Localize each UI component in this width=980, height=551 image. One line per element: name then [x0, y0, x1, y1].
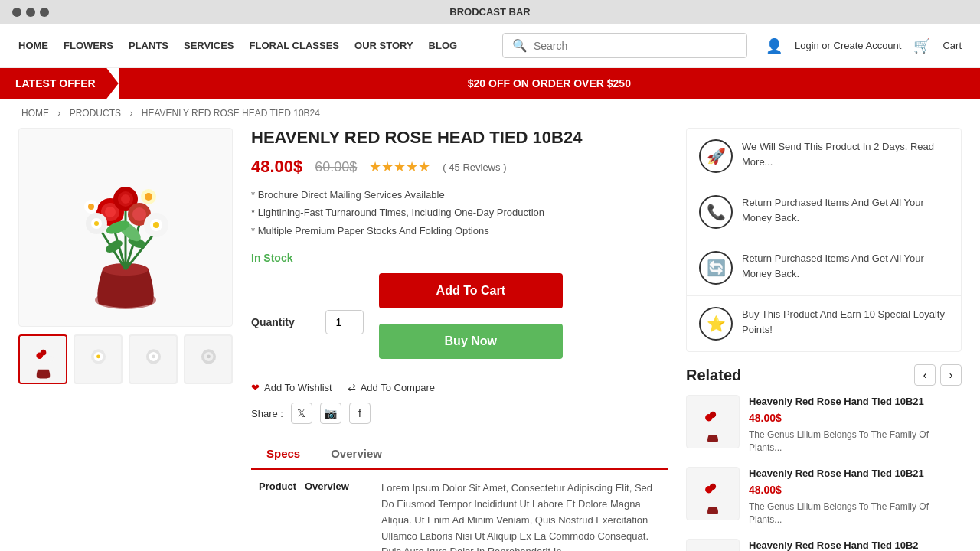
svg-point-37 — [152, 355, 155, 359]
svg-point-43 — [716, 416, 721, 421]
tab-specs[interactable]: Specs — [251, 439, 315, 470]
feature-text-0: We Will Send This Product In 2 Days. Rea… — [742, 139, 949, 169]
navbar: HOME FLOWERS PLANTS SERVICES FLORAL CLAS… — [0, 24, 980, 68]
svg-point-26 — [88, 204, 94, 210]
related-info-2: Heavenly Red Rose Hand Tied 10B2 48.00$ … — [749, 539, 962, 551]
related-item-2: Heavenly Red Rose Hand Tied 10B2 48.00$ … — [686, 539, 962, 551]
nav-home[interactable]: HOME — [18, 40, 48, 51]
related-price-0: 48.00$ — [749, 412, 962, 424]
related-title: Related — [686, 367, 741, 384]
nav-services[interactable]: SERVICES — [184, 40, 234, 51]
related-thumb-2[interactable] — [686, 539, 740, 551]
product-image-svg — [49, 139, 202, 315]
spec-value-overview: Lorem Ipsum Dolor Sit Amet, Consectetur … — [374, 470, 668, 551]
related-info-0: Heavenly Red Rose Hand Tied 10B21 48.00$… — [749, 395, 962, 455]
related-item-1: Heavenly Red Rose Hand Tied 10B21 48.00$… — [686, 467, 962, 527]
facebook-icon[interactable]: f — [349, 403, 371, 424]
feature-2: * Lightining-Fast Turnaround Times, Incl… — [251, 204, 668, 221]
feature-1: * Brochure Direct Mailing Services Avail… — [251, 186, 668, 204]
related-item-0: Heavenly Red Rose Hand Tied 10B21 48.00$… — [686, 395, 962, 455]
breadcrumb-home[interactable]: HOME — [21, 108, 49, 119]
top-bar: BRODCAST BAR — [0, 0, 980, 24]
loyalty-icon: ⭐ — [699, 307, 733, 341]
add-to-cart-button[interactable]: Add To Cart — [379, 273, 563, 308]
related-price-1: 48.00$ — [749, 484, 962, 496]
feature-item-1: 📞 Return Purchased Items And Get All You… — [687, 184, 961, 240]
instagram-icon[interactable]: 📷 — [320, 403, 341, 424]
twitter-icon[interactable]: 𝕏 — [291, 403, 312, 424]
promo-banner: LATEST OFFER $20 OFF ON ORDER OVER $250 — [0, 68, 980, 99]
compare-label: Add To Compare — [361, 382, 435, 393]
related-desc-1: The Genus Lilium Belongs To The Family O… — [749, 500, 962, 527]
nav-our-story[interactable]: OUR STORY — [354, 40, 413, 51]
search-icon: 🔍 — [512, 38, 528, 53]
quantity-label: Quantity — [251, 316, 295, 328]
svg-point-24 — [145, 193, 152, 201]
svg-point-14 — [121, 194, 130, 204]
breadcrumb-current: HEAVENLY RED ROSE HEAD TIED 10B24 — [142, 108, 320, 119]
related-name-1[interactable]: Heavenly Red Rose Hand Tied 10B21 — [749, 467, 962, 481]
add-to-compare-button[interactable]: ⇄ Add To Compare — [348, 382, 435, 393]
search-input[interactable] — [534, 40, 737, 52]
thumb-3[interactable] — [129, 334, 178, 384]
thumb-4[interactable] — [184, 334, 233, 384]
nav-floral-classes[interactable]: FLORAL CLASSES — [250, 40, 340, 51]
price-current: 48.00$ — [251, 157, 302, 177]
related-info-1: Heavenly Red Rose Hand Tied 10B21 48.00$… — [749, 467, 962, 527]
share-row: Share : 𝕏 📷 f — [251, 403, 668, 424]
cart-icon: 🛒 — [913, 37, 930, 54]
banner-text: $20 OFF ON ORDER OVER $250 — [119, 68, 980, 99]
nav-blog[interactable]: BLOG — [429, 40, 458, 51]
feature-text-1: Return Purchased Items And Get All Your … — [742, 195, 949, 225]
related-desc-0: The Genus Lilium Belongs To The Family O… — [749, 429, 962, 455]
specs-table: Product _Overview Lorem Ipsum Dolor Sit … — [251, 470, 668, 551]
nav-right: 👤 Login or Create Account 🛒 Cart — [766, 37, 962, 54]
phone-icon: 📞 — [699, 195, 733, 229]
related-thumb-0[interactable] — [686, 395, 740, 448]
star-rating: ★★★★★ — [369, 158, 430, 175]
breadcrumb-products[interactable]: PRODUCTS — [70, 108, 121, 119]
thumb-1[interactable] — [18, 334, 67, 384]
tab-overview[interactable]: Overview — [315, 439, 397, 468]
thumb-2[interactable] — [74, 334, 122, 384]
share-label: Share : — [251, 408, 283, 419]
dot-1 — [12, 8, 21, 17]
nav-flowers[interactable]: FLOWERS — [64, 40, 113, 51]
spec-row-overview: Product _Overview Lorem Ipsum Dolor Sit … — [251, 470, 668, 551]
svg-point-22 — [94, 221, 99, 226]
window-controls — [12, 8, 49, 17]
feature-text-2: Return Purchased Items And Get All Your … — [742, 251, 949, 281]
related-next-button[interactable]: › — [940, 364, 962, 386]
svg-point-31 — [47, 356, 54, 362]
nav-links: HOME FLOWERS PLANTS SERVICES FLORAL CLAS… — [18, 40, 484, 51]
related-name-2[interactable]: Heavenly Red Rose Hand Tied 10B2 — [749, 539, 962, 551]
search-bar[interactable]: 🔍 — [502, 33, 747, 58]
quantity-input[interactable] — [325, 310, 364, 334]
action-row: ❤ Add To Wishlist ⇄ Add To Compare — [251, 382, 668, 393]
return-icon: 🔄 — [699, 251, 733, 285]
related-nav-arrows: ‹ › — [914, 364, 962, 386]
related-prev-button[interactable]: ‹ — [914, 364, 936, 386]
svg-point-42 — [710, 412, 716, 418]
add-to-wishlist-button[interactable]: ❤ Add To Wishlist — [251, 382, 332, 393]
nav-plants[interactable]: PLANTS — [129, 40, 168, 51]
sidebar: 🚀 We Will Send This Product In 2 Days. R… — [686, 128, 962, 551]
svg-point-16 — [132, 207, 146, 221]
svg-point-11 — [105, 207, 116, 217]
login-link[interactable]: Login or Create Account — [795, 40, 901, 51]
dot-2 — [26, 8, 35, 17]
related-header: Related ‹ › — [686, 364, 962, 386]
svg-point-34 — [96, 355, 100, 359]
related-thumb-1[interactable] — [686, 467, 740, 520]
price-old: 60.00$ — [315, 159, 357, 175]
product-tabs: Specs Overview — [251, 439, 668, 470]
svg-point-45 — [710, 483, 716, 489]
buy-now-button[interactable]: Buy Now — [379, 324, 563, 359]
feature-item-0: 🚀 We Will Send This Product In 2 Days. R… — [687, 129, 961, 184]
review-count: ( 45 Reviews ) — [443, 161, 506, 173]
cart-link[interactable]: Cart — [942, 40, 962, 51]
product-title: HEAVENLY RED ROSE HEAD TIED 10B24 — [251, 128, 668, 148]
related-name-0[interactable]: Heavenly Red Rose Hand Tied 10B21 — [749, 395, 962, 409]
feature-item-2: 🔄 Return Purchased Items And Get All You… — [687, 240, 961, 296]
thumbnail-row — [18, 334, 233, 384]
